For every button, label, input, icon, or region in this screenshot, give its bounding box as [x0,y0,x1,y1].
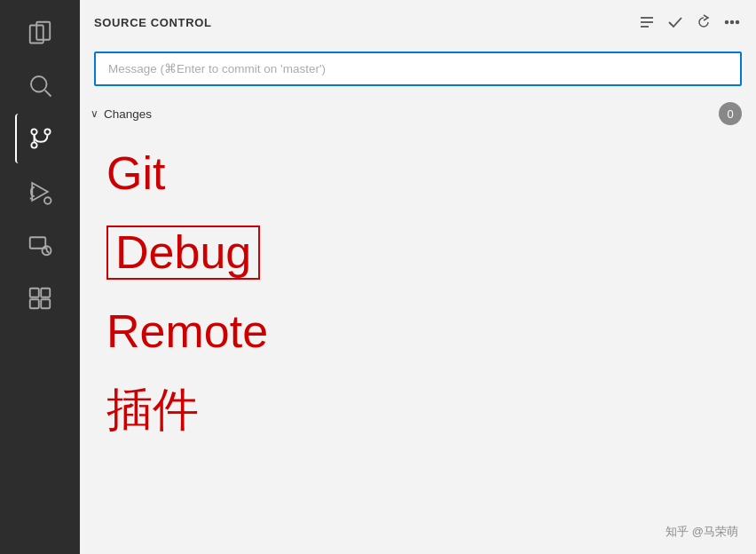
svg-rect-16 [41,289,50,297]
header-actions [637,12,742,32]
svg-point-4 [31,129,36,134]
svg-point-9 [44,197,51,204]
remote-label: Remote [106,305,268,357]
stash-icon [639,14,655,30]
changes-label: Changes [104,107,152,121]
sidebar-item-search[interactable] [15,60,65,110]
svg-point-2 [31,76,47,92]
commit-button[interactable] [665,12,685,32]
debug-icon [27,178,53,205]
commit-message-input[interactable] [94,51,742,86]
svg-rect-17 [30,299,39,308]
extensions-icon [27,285,53,312]
svg-rect-15 [30,289,39,297]
sidebar-item-extensions[interactable] [15,273,65,323]
svg-point-23 [731,21,734,24]
debug-label-item: Debug [106,226,729,280]
chevron-down-icon: ∨ [91,107,98,120]
search-icon [27,72,53,99]
sidebar-item-source-control[interactable] [15,114,65,163]
git-label: Git [106,147,165,199]
debug-label: Debug [106,226,260,280]
watermark: 知乎 @马荣萌 [665,524,738,540]
checkmark-icon [667,14,683,30]
svg-point-5 [31,142,36,147]
more-icon [724,14,740,30]
more-button[interactable] [722,12,742,32]
git-label-item: Git [106,148,729,199]
changes-count-badge: 0 [719,102,742,125]
panel-header: SOURCE CONTROL [80,0,756,44]
svg-rect-18 [41,299,50,308]
svg-line-14 [47,250,50,253]
copy-icon [27,19,53,45]
labels-area: Git Debug Remote 插件 [80,131,756,554]
sidebar-item-explorer[interactable] [15,7,65,57]
panel-content: Git Debug Remote 插件 知乎 @马荣萌 [80,131,756,554]
sidebar-item-debug[interactable] [15,167,65,217]
plugin-label: 插件 [106,384,199,435]
remote-icon [27,232,53,258]
activity-bar [0,0,80,554]
refresh-button[interactable] [694,12,713,32]
stash-button[interactable] [637,12,657,32]
changes-section-header[interactable]: ∨ Changes 0 [80,97,756,131]
panel-title: SOURCE CONTROL [94,16,212,29]
svg-point-22 [726,21,728,24]
source-control-panel: SOURCE CONTROL [80,0,756,554]
commit-input-area [80,44,756,97]
remote-label-item: Remote [106,306,729,357]
plugin-label-item: 插件 [106,384,729,435]
svg-line-3 [45,91,51,97]
svg-point-24 [736,21,739,24]
svg-point-6 [44,129,50,134]
refresh-icon [696,14,712,30]
source-control-icon [28,125,54,152]
changes-header-left: ∨ Changes [91,107,152,121]
sidebar-item-remote[interactable] [15,220,65,270]
